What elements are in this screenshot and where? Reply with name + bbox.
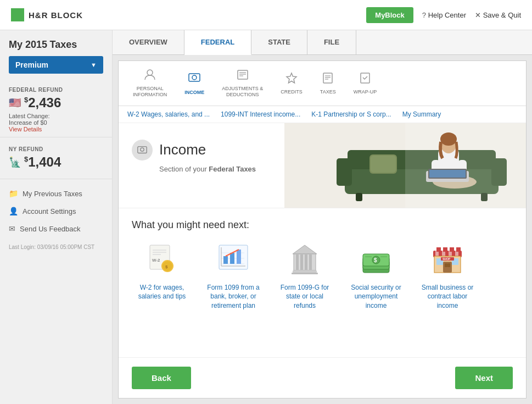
sub-nav: W-2 Wages, salaries, and ... 1099-INT In… <box>119 106 526 123</box>
svg-rect-57 <box>305 254 307 270</box>
small-business-icon: SHOP <box>430 242 466 278</box>
subnav-summary[interactable]: My Summary <box>402 110 441 118</box>
svg-text:$: $ <box>165 264 168 269</box>
sidebar-item-previous-taxes[interactable]: 📁 My Previous Taxes <box>0 185 112 202</box>
needs-section: What you might need next: W-2 <box>119 208 526 357</box>
tab-file[interactable]: FILE <box>307 30 356 54</box>
income-nav-credits[interactable]: CREDITS <box>272 69 311 98</box>
svg-rect-50 <box>237 250 241 264</box>
needs-title: What you might need next: <box>132 219 513 231</box>
svg-text:W-2: W-2 <box>152 258 160 263</box>
sidebar: My 2015 Taxes Premium ▼ FEDERAL REFUND 🇺… <box>0 30 113 404</box>
adjustments-label: ADJUSTMENTS &DEDUCTIONS <box>222 86 263 98</box>
premium-button[interactable]: Premium ▼ <box>9 56 103 74</box>
sidebar-title: My 2015 Taxes <box>0 39 112 56</box>
ny-state-icon: 🗽 <box>9 156 21 168</box>
main-layout: My 2015 Taxes Premium ▼ FEDERAL REFUND 🇺… <box>0 30 532 404</box>
need-item-w2[interactable]: W-2 $ W-2 for wages, salaries and tips <box>132 242 192 311</box>
social-security-label[interactable]: Social security or unemployment income <box>346 283 406 311</box>
w2-label[interactable]: W-2 for wages, salaries and tips <box>132 283 192 302</box>
credits-label: CREDITS <box>281 89 303 95</box>
svg-rect-80 <box>443 262 452 273</box>
svg-rect-82 <box>447 263 450 267</box>
svg-point-16 <box>141 148 144 151</box>
need-item-1099g[interactable]: Form 1099-G for state or local refunds <box>275 242 335 311</box>
view-details-link[interactable]: View Details <box>9 126 103 132</box>
svg-rect-25 <box>371 156 396 173</box>
svg-point-2 <box>192 75 197 80</box>
next-button[interactable]: Next <box>455 367 513 389</box>
main-panel: PERSONALINFORMATION INCOME ADJUSTMENTS &… <box>118 60 527 399</box>
wrapup-label: WRAP-UP <box>354 89 377 95</box>
subnav-1099int[interactable]: 1099-INT Interest income... <box>221 110 300 118</box>
account-settings-label: Account Settings <box>23 207 76 215</box>
hero-text: Income Section of your Federal Taxes <box>119 123 269 208</box>
svg-text:SHOP: SHOP <box>443 257 451 261</box>
help-center-link[interactable]: Help Center <box>422 11 466 19</box>
federal-refund-label: FEDERAL REFUND <box>9 87 103 93</box>
footer-buttons: Back Next <box>119 357 526 398</box>
feedback-label: Send Us Feedback <box>20 225 81 233</box>
svg-rect-60 <box>292 273 318 274</box>
svg-text:$: $ <box>374 257 377 263</box>
sidebar-nav: 📁 My Previous Taxes 👤 Account Settings ✉… <box>0 185 112 237</box>
income-nav-adjustments[interactable]: ADJUSTMENTS &DEDUCTIONS <box>213 65 272 101</box>
income-nav-income[interactable]: INCOME <box>176 68 213 98</box>
income-nav-personal[interactable]: PERSONALINFORMATION <box>124 65 176 101</box>
back-button[interactable]: Back <box>132 367 191 389</box>
needs-grid: W-2 $ W-2 for wages, salaries and tips <box>132 242 513 311</box>
taxes-label: TAXES <box>320 89 336 95</box>
need-item-social-security[interactable]: $ Social security or unemployment income <box>346 242 406 311</box>
subnav-w2[interactable]: W-2 Wages, salaries, and ... <box>127 110 210 118</box>
us-flag-icon: 🇺🇸 <box>9 97 21 109</box>
income-icon <box>188 71 201 87</box>
personal-info-label: PERSONALINFORMATION <box>133 86 167 98</box>
tab-federal[interactable]: FEDERAL <box>184 30 251 55</box>
myblock-button[interactable]: MyBlock <box>366 7 413 23</box>
content-area: OVERVIEW FEDERAL STATE FILE PERSONALINFO… <box>113 30 532 404</box>
need-item-small-business[interactable]: SHOP Small business or contract labor in… <box>417 242 478 311</box>
income-label: INCOME <box>184 90 204 95</box>
federal-amount: $2,436 <box>24 95 61 110</box>
svg-point-0 <box>147 70 153 75</box>
tab-state[interactable]: STATE <box>251 30 307 54</box>
sidebar-item-feedback[interactable]: ✉ Send Us Feedback <box>0 220 112 237</box>
top-nav: H&R BLOCK MyBlock Help Center Save & Qui… <box>0 0 532 30</box>
form1099-icon <box>216 242 251 278</box>
form1099-label[interactable]: Form 1099 from a bank, broker, or retire… <box>203 283 264 311</box>
income-nav-taxes[interactable]: TAXES <box>311 69 345 98</box>
svg-rect-88 <box>456 247 461 252</box>
taxes-icon <box>322 72 334 87</box>
sidebar-taxes: Taxes <box>50 39 77 50</box>
subnav-k1[interactable]: K-1 Partnership or S corp... <box>311 110 391 118</box>
personal-info-icon <box>144 69 156 84</box>
svg-rect-1 <box>189 74 200 81</box>
small-business-label[interactable]: Small business or contract labor income <box>417 283 478 311</box>
svg-rect-81 <box>445 263 447 267</box>
income-nav-wrapup[interactable]: WRAP-UP <box>345 69 386 98</box>
ny-refund-section: NY REFUND 🗽 $1,404 <box>0 142 112 179</box>
social-security-icon: $ <box>359 242 394 278</box>
chevron-down-icon: ▼ <box>91 62 97 68</box>
form1099g-label[interactable]: Form 1099-G for state or local refunds <box>275 283 335 311</box>
svg-marker-53 <box>293 245 317 254</box>
logo-text: H&R BLOCK <box>29 10 83 20</box>
need-item-1099[interactable]: Form 1099 from a bank, broker, or retire… <box>203 242 264 311</box>
income-nav: PERSONALINFORMATION INCOME ADJUSTMENTS &… <box>119 61 526 106</box>
svg-rect-10 <box>323 73 332 83</box>
w2-icon: W-2 $ <box>144 242 180 278</box>
federal-refund-section: FEDERAL REFUND 🇺🇸 $2,436 Latest Change: … <box>0 82 112 137</box>
hero-section: Income Section of your Federal Taxes <box>119 123 526 208</box>
svg-rect-35 <box>405 123 526 208</box>
hero-title: Income <box>159 141 206 158</box>
svg-marker-9 <box>287 73 296 83</box>
wrapup-icon <box>359 72 371 87</box>
svg-rect-87 <box>450 247 454 252</box>
save-quit-link[interactable]: Save & Quit <box>475 11 521 19</box>
ny-refund-label: NY REFUND <box>9 146 103 152</box>
hero-subtitle: Section of your Federal Taxes <box>159 165 256 173</box>
tab-bar: OVERVIEW FEDERAL STATE FILE <box>113 30 532 55</box>
logo-area: H&R BLOCK <box>11 8 83 21</box>
sidebar-item-account-settings[interactable]: 👤 Account Settings <box>0 202 112 220</box>
tab-overview[interactable]: OVERVIEW <box>113 30 184 54</box>
